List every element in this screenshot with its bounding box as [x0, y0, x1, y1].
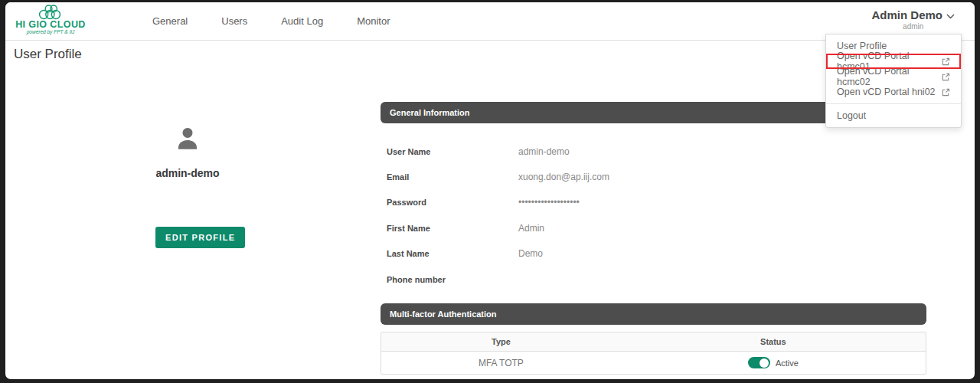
field-row-last-name: Last Name Demo: [387, 241, 861, 267]
menu-item-open-vcd-portal-hni02[interactable]: Open vCD Portal hni02: [826, 84, 961, 100]
main-nav: General Users Audit Log Monitor: [152, 2, 390, 40]
field-value: Demo: [518, 248, 543, 259]
toggle-knob: [760, 358, 769, 368]
mfa-status-label: Active: [776, 358, 799, 368]
mfa-table-header: Type Status: [381, 332, 926, 352]
chevron-down-icon: [946, 14, 955, 19]
page-title: User Profile: [14, 47, 82, 62]
mfa-table: Type Status MFA TOTP Active: [381, 332, 926, 375]
field-row-email: Email xuong.don@ap.iij.com: [387, 164, 861, 189]
field-label: Password: [387, 198, 518, 207]
mfa-type-cell: MFA TOTP: [381, 358, 621, 368]
external-link-icon: [942, 73, 950, 81]
higio-cloud-logo[interactable]: HI GIO CLOUD powered by FPT & IIJ: [11, 4, 90, 35]
field-row-first-name: First Name Admin: [387, 215, 861, 241]
account-name-label: Admin Demo: [871, 8, 942, 21]
account-role-label: admin: [903, 22, 923, 31]
mfa-status-cell: Active: [621, 357, 926, 368]
mfa-status-toggle[interactable]: [748, 357, 770, 368]
edit-profile-button[interactable]: EDIT PROFILE: [155, 227, 245, 248]
section-title: Multi-factor Authentication: [390, 309, 497, 319]
field-value: Admin: [518, 223, 544, 234]
account-menu-trigger[interactable]: Admin Demo admin: [871, 8, 955, 31]
mfa-section-header: Multi-factor Authentication: [381, 303, 926, 325]
nav-item-audit-log[interactable]: Audit Log: [281, 15, 323, 27]
field-label: Email: [387, 172, 518, 182]
column-header-status: Status: [621, 337, 926, 346]
field-row-password: Password •••••••••••••••••••: [387, 190, 861, 215]
general-information-fields: User Name admin-demo Email xuong.don@ap.…: [387, 139, 861, 292]
menu-item-open-vcd-portal-hcmc02[interactable]: Open vCD Portal hcmc02: [826, 69, 961, 84]
nav-item-general[interactable]: General: [152, 15, 188, 27]
account-dropdown-menu: User Profile Open vCD Portal hcmc01 Open…: [825, 34, 962, 128]
app-window: HI GIO CLOUD powered by FPT & IIJ Genera…: [5, 2, 975, 379]
field-label: Phone number: [387, 275, 518, 284]
field-row-phone-number: Phone number: [387, 267, 861, 292]
menu-divider: [826, 103, 961, 104]
external-link-icon: [942, 88, 950, 97]
field-label: User Name: [387, 147, 518, 156]
column-header-type: Type: [381, 337, 621, 346]
menu-item-label: Logout: [837, 110, 866, 121]
table-row: MFA TOTP Active: [381, 352, 926, 374]
nav-item-users[interactable]: Users: [221, 15, 247, 27]
menu-item-label: User Profile: [837, 41, 887, 51]
menu-item-label: Open vCD Portal hni02: [837, 87, 936, 97]
field-label: Last Name: [387, 249, 518, 258]
profile-username: admin-demo: [111, 167, 264, 179]
field-row-user-name: User Name admin-demo: [387, 139, 861, 164]
nav-item-monitor[interactable]: Monitor: [357, 15, 390, 27]
menu-item-label: Open vCD Portal hcmc02: [837, 66, 936, 87]
external-link-icon: [942, 57, 950, 66]
user-avatar: [173, 125, 202, 154]
field-value: xuong.don@ap.iij.com: [518, 172, 609, 182]
field-value: admin-demo: [518, 146, 570, 157]
menu-item-logout[interactable]: Logout: [826, 108, 961, 123]
field-value: •••••••••••••••••••: [518, 197, 580, 208]
logo-subtitle: powered by FPT & IIJ: [11, 30, 90, 35]
cloud-logo-icon: [38, 4, 64, 20]
field-label: First Name: [387, 224, 518, 233]
section-title: General Information: [390, 108, 470, 117]
